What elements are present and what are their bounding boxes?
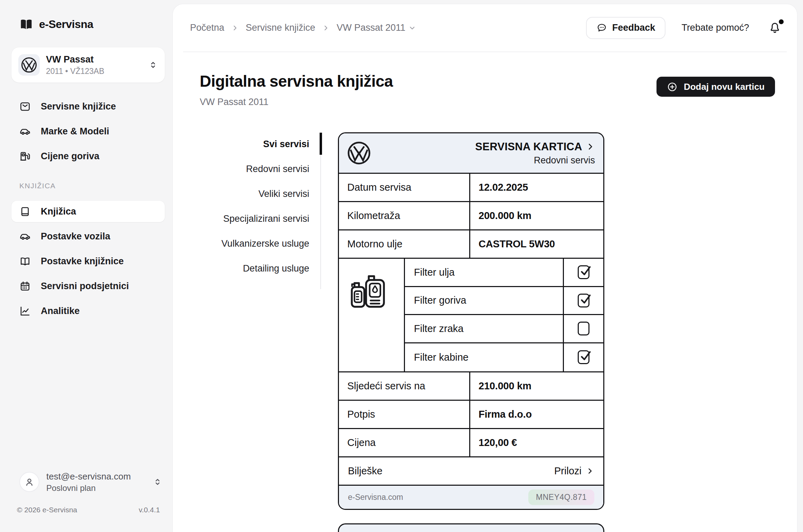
add-card-label: Dodaj novu karticu (684, 82, 765, 92)
sidebar: e-Servisna VW Passat 2011 • VŽ123AB Serv… (0, 0, 173, 532)
sidebar-item-label: Servisne knjižice (41, 101, 116, 112)
person-icon (24, 476, 35, 487)
filter-label: Filter zraka (405, 315, 564, 342)
feedback-label: Feedback (612, 22, 655, 33)
breadcrumb-current-vehicle[interactable]: VW Passat 2011 (337, 22, 416, 33)
service-card-header: SERVISNA KARTICA Redovni servis (339, 133, 603, 174)
sidebar-item-servisne-knjizice[interactable]: Servisne knjižice (0, 94, 173, 119)
filter-zraka-checkbox[interactable] (564, 315, 603, 342)
next-service-card[interactable]: SERVISNA KARTICA (338, 523, 604, 532)
sidebar-item-label: Analitike (41, 306, 80, 316)
add-card-button[interactable]: Dodaj novu karticu (656, 77, 775, 97)
user-plan: Poslovni plan (46, 483, 153, 493)
tab-specijalizirani-servisi[interactable]: Specijalizirani servisi (173, 206, 321, 231)
app-root: { "app": { "name": "e-Servisna", "versio… (0, 0, 803, 532)
sidebar-item-label: Postavke knjižnice (41, 256, 124, 267)
sidebar-item-label: Cijene goriva (41, 151, 100, 162)
row-label: Sljedeći servis na (339, 372, 470, 400)
avatar (19, 472, 39, 492)
sidebar-item-servisni-podsjetnici[interactable]: Servisni podsjetnici (0, 274, 173, 298)
card-footer: e-Servisna.com MNEY4Q.871 (339, 486, 603, 509)
chevron-up-down-icon (148, 60, 158, 70)
sidebar-item-label: Knjižica (41, 206, 76, 217)
attachments-link[interactable]: Prilozi (554, 465, 594, 477)
sidebar-item-analitike[interactable]: Analitike (0, 298, 173, 323)
tab-detailing-usluge[interactable]: Detailing usluge (173, 256, 321, 281)
next-card-header: SERVISNA KARTICA (339, 524, 603, 532)
row-value: Firma d.o.o (470, 401, 603, 428)
book-icon (19, 206, 31, 217)
feedback-button[interactable]: Feedback (586, 17, 666, 39)
row-value: CASTROL 5W30 (470, 230, 603, 258)
chevron-right-icon (586, 142, 595, 151)
checkbox (578, 350, 589, 364)
vehicle-selector[interactable]: VW Passat 2011 • VŽ123AB (11, 47, 165, 83)
notifications-button[interactable] (767, 20, 783, 36)
filter-label: Filter kabine (405, 343, 564, 372)
checkbox (578, 265, 589, 279)
row-label: Motorno ulje (339, 230, 470, 258)
sidebar-item-label: Marke & Modeli (41, 126, 109, 137)
filter-goriva-checkbox[interactable] (564, 287, 603, 314)
table-row: Potpis Firma d.o.o (339, 401, 603, 429)
row-label: Potpis (339, 401, 470, 428)
main-panel: Početna Servisne knjižice VW Passat 2011… (173, 4, 797, 532)
filter-rows: Filter ulja Filter goriva Filter zraka (405, 259, 603, 371)
row-label: Datum servisa (339, 174, 470, 201)
row-label: Cijena (339, 429, 470, 456)
table-row: Datum servisa 12.02.2025 (339, 174, 603, 202)
service-card-type: Redovni servis (534, 155, 595, 166)
vehicle-name: VW Passat (46, 54, 148, 65)
sidebar-nav-top: Servisne knjižice Marke & Modeli Cijene … (0, 94, 173, 169)
vehicle-meta: VW Passat 2011 • VŽ123AB (46, 54, 148, 76)
sidebar-footer: © 2026 e-Servisna v.0.4.1 (17, 506, 160, 514)
chevron-right-icon (586, 467, 594, 475)
breadcrumb-servisne-knjizice[interactable]: Servisne knjižice (246, 22, 315, 33)
filters-block: Filter ulja Filter goriva Filter zraka (339, 259, 603, 372)
chevron-up-down-icon (153, 477, 162, 487)
vw-logo-icon (347, 141, 371, 165)
card-footer-site: e-Servisna.com (348, 493, 403, 502)
speech-bubble-icon (596, 22, 607, 33)
sidebar-item-postavke-knjiznice[interactable]: Postavke knjižnice (0, 249, 173, 274)
tab-redovni-servisi[interactable]: Redovni servisi (173, 156, 321, 181)
filter-kabine-checkbox[interactable] (564, 343, 603, 372)
filter-ulja-checkbox[interactable] (564, 259, 603, 286)
service-card-title-link[interactable]: SERVISNA KARTICA (475, 141, 595, 153)
checkbox (578, 322, 589, 335)
chevron-right-icon (322, 24, 330, 32)
sidebar-item-marke-modeli[interactable]: Marke & Modeli (0, 119, 173, 144)
top-header: Početna Servisne knjižice VW Passat 2011… (183, 4, 787, 52)
breadcrumb-pocetna[interactable]: Početna (190, 22, 224, 33)
row-value: 200.000 km (470, 202, 603, 229)
open-book-logo-icon (19, 17, 33, 31)
page-title: Digitalna servisna knjižica (200, 72, 393, 91)
sidebar-item-knjizica[interactable]: Knjižica (11, 201, 165, 222)
user-email: test@e-servisna.com (46, 471, 153, 482)
filter-row: Filter goriva (405, 287, 603, 315)
plus-circle-icon (667, 82, 678, 92)
car-icon (19, 231, 31, 242)
copyright-text: © 2026 e-Servisna (17, 506, 77, 514)
user-menu[interactable]: test@e-servisna.com Poslovni plan (10, 468, 167, 495)
table-row: Sljedeći servis na 210.000 km (339, 372, 603, 401)
sidebar-item-cijene-goriva[interactable]: Cijene goriva (0, 144, 173, 169)
tab-veliki-servisi[interactable]: Veliki servisi (173, 181, 321, 206)
card-code-badge: MNEY4Q.871 (528, 490, 594, 505)
table-row: Kilometraža 200.000 km (339, 202, 603, 230)
sidebar-nav-booklet: Postavke vozila Postavke knjižnice Servi… (0, 224, 173, 323)
filter-row: Filter zraka (405, 315, 603, 343)
checkbox (578, 294, 589, 307)
check-icon (578, 292, 593, 306)
service-card: SERVISNA KARTICA Redovni servis Datum se… (338, 132, 604, 510)
check-icon (578, 264, 593, 278)
tab-vulkanizerske-usluge[interactable]: Vulkanizerske usluge (173, 231, 321, 256)
vw-logo-icon (21, 57, 37, 73)
filter-label: Filter ulja (405, 259, 564, 286)
help-link[interactable]: Trebate pomoć? (681, 22, 749, 33)
breadcrumb: Početna Servisne knjižice VW Passat 2011 (190, 22, 416, 33)
sidebar-item-postavke-vozila[interactable]: Postavke vozila (0, 224, 173, 249)
tab-svi-servisi[interactable]: Svi servisi (173, 132, 321, 156)
row-value: 12.02.2025 (470, 174, 603, 201)
service-type-tabs: Svi servisi Redovni servisi Veliki servi… (173, 132, 321, 281)
